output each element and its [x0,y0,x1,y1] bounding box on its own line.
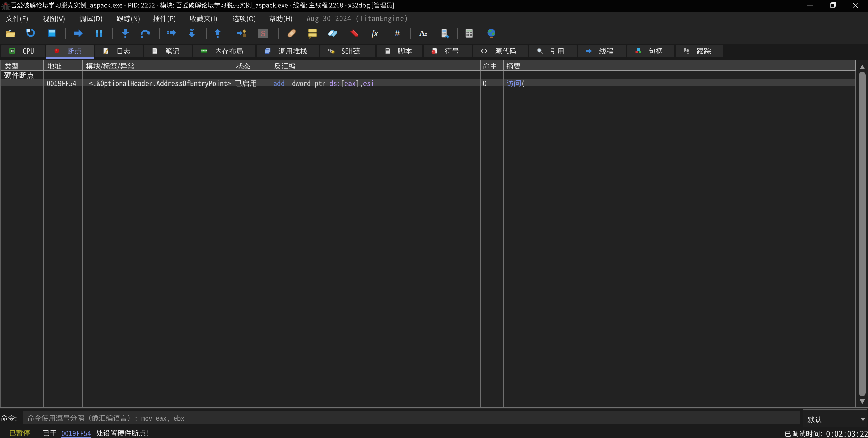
svg-text:fx: fx [372,28,378,38]
svg-text:S: S [261,29,265,38]
svg-text:32: 32 [4,2,7,5]
svg-text:#: # [395,28,400,38]
svg-text:A: A [419,29,425,37]
svg-text:z: z [425,32,427,37]
